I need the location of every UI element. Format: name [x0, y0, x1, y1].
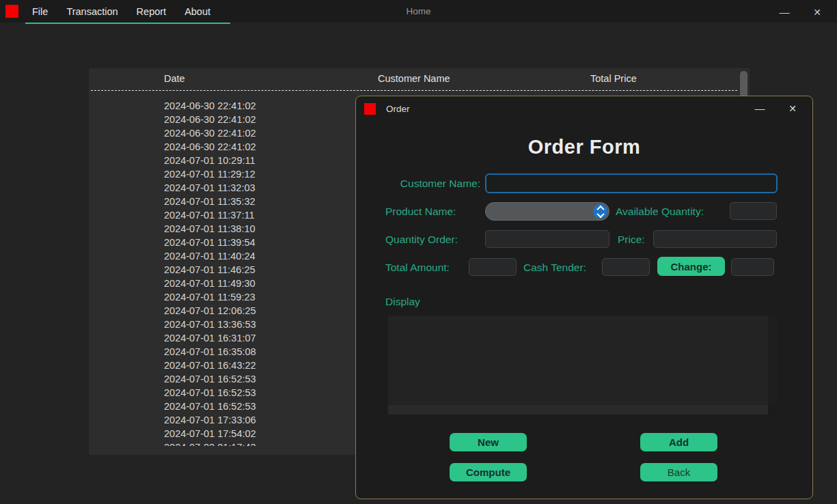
new-button[interactable]: New [450, 433, 527, 451]
table-vertical-scrollbar[interactable] [740, 71, 747, 98]
total-amount-input[interactable] [469, 258, 517, 276]
main-titlebar: File Transaction Report About Home — ✕ [0, 0, 837, 23]
dialog-minimize-icon[interactable]: — [748, 101, 771, 116]
product-name-label: Product Name: [385, 206, 456, 218]
available-quantity-label: Available Quantity: [616, 206, 704, 218]
compute-button[interactable]: Compute [450, 463, 527, 481]
customer-name-input[interactable] [485, 173, 778, 193]
price-label: Price: [618, 234, 645, 246]
display-label: Display [385, 296, 420, 308]
combobox-dropdown-button[interactable] [593, 204, 607, 219]
dialog-app-icon [364, 103, 376, 115]
close-icon[interactable]: ✕ [806, 5, 829, 20]
customer-name-label: Customer Name: [385, 178, 480, 190]
quantity-order-label: Quantity Order: [385, 234, 458, 246]
total-amount-label: Total Amount: [385, 262, 450, 274]
back-button[interactable]: Back [640, 463, 717, 481]
change-input[interactable] [731, 258, 774, 276]
column-header-date[interactable]: Date [164, 73, 185, 84]
display-textbox[interactable] [388, 316, 778, 415]
minimize-icon[interactable]: — [773, 5, 796, 20]
window-title: Home [0, 6, 837, 16]
display-horizontal-scrollbar[interactable] [388, 405, 768, 415]
quantity-order-input[interactable] [485, 230, 609, 248]
order-form-heading: Order Form [356, 136, 812, 158]
add-button[interactable]: Add [640, 433, 717, 451]
cash-tender-label: Cash Tender: [523, 262, 586, 274]
change-button[interactable]: Change: [657, 257, 725, 276]
header-separator [91, 90, 737, 91]
column-header-total-price[interactable]: Total Price [590, 73, 637, 84]
display-vertical-scrollbar[interactable] [768, 316, 778, 405]
price-input[interactable] [653, 230, 777, 248]
cash-tender-input[interactable] [602, 258, 650, 276]
available-quantity-input[interactable] [730, 202, 777, 220]
chevron-down-icon [596, 210, 604, 217]
column-header-customer-name[interactable]: Customer Name [378, 73, 450, 84]
menu-underline [25, 23, 230, 24]
product-name-combobox[interactable] [485, 202, 609, 221]
dialog-close-icon[interactable]: ✕ [781, 101, 804, 116]
scrollbar-corner [768, 405, 778, 415]
order-dialog: Order — ✕ Order Form Customer Name: Prod… [355, 96, 813, 499]
dialog-title: Order [386, 104, 410, 114]
